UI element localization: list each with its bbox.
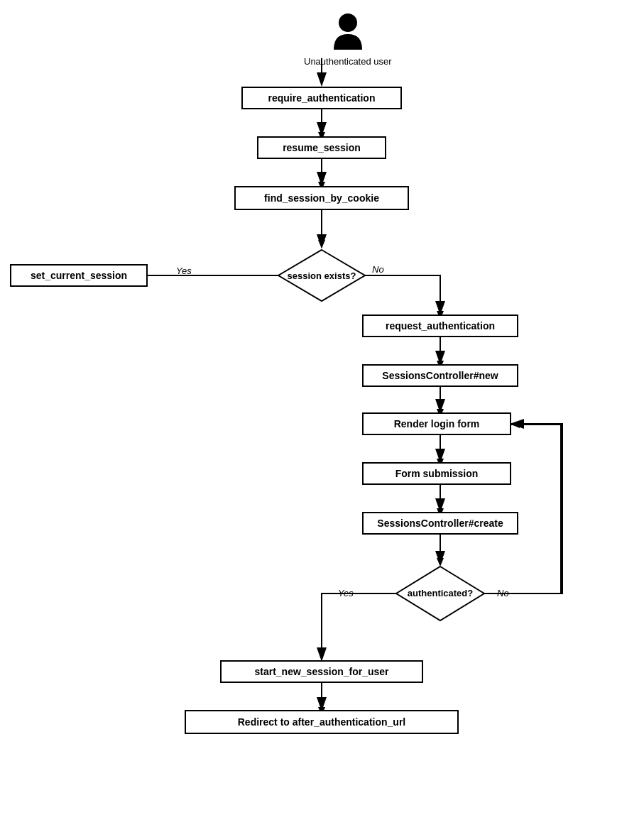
set-current-session-node: set_current_session — [10, 264, 148, 287]
yes-auth-label: Yes — [338, 588, 354, 598]
request-authentication-node: request_authentication — [362, 314, 518, 337]
svg-marker-1 — [318, 75, 325, 84]
resume-session-node: resume_session — [257, 136, 386, 159]
yes-session-label: Yes — [176, 266, 192, 276]
flowchart-diagram: Unauthenticated user require_authenticat… — [0, 0, 644, 837]
form-submission-node: Form submission — [362, 462, 511, 485]
svg-text:authenticated?: authenticated? — [408, 588, 474, 598]
user-icon: Unauthenticated user — [304, 13, 392, 67]
sessions-controller-create-node: SessionsController#create — [362, 512, 518, 535]
find-session-node: find_session_by_cookie — [234, 186, 409, 210]
start-new-session-node: start_new_session_for_user — [220, 660, 423, 683]
svg-point-34 — [339, 13, 357, 32]
session-exists-diamond: session exists? — [277, 248, 366, 302]
redirect-after-auth-node: Redirect to after_authentication_url — [185, 710, 459, 734]
svg-text:session exists?: session exists? — [288, 270, 356, 281]
svg-marker-30 — [318, 650, 325, 659]
svg-marker-7 — [318, 240, 325, 248]
no-session-label: No — [372, 264, 384, 275]
sessions-controller-new-node: SessionsController#new — [362, 364, 518, 387]
require-authentication-node: require_authentication — [241, 87, 402, 109]
authenticated-diamond: authenticated? — [395, 565, 486, 622]
user-label: Unauthenticated user — [304, 56, 392, 67]
svg-marker-27 — [511, 421, 520, 428]
no-auth-label: No — [497, 588, 509, 598]
render-login-form-node: Render login form — [362, 412, 511, 435]
